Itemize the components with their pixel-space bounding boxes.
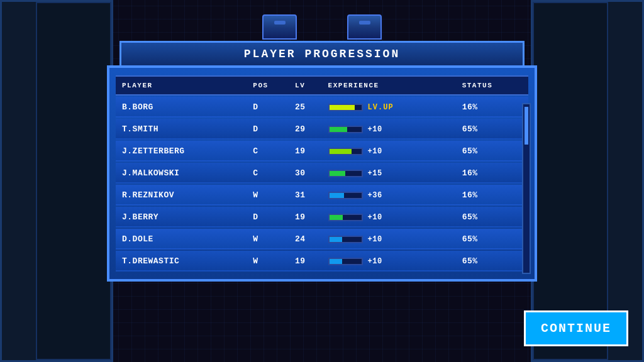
table-container: PLAYER POS LV EXPERIENCE STATUS B.BORGD2… xyxy=(107,65,537,282)
title-bar: PLAYER PROGRESSION xyxy=(119,41,525,65)
table-row: J.MALKOWSKIC30+1516% xyxy=(116,163,528,184)
exp-bar xyxy=(328,170,363,177)
player-name: D.DOLE xyxy=(116,229,249,250)
player-experience: +10 xyxy=(325,141,458,162)
player-status: 16% xyxy=(458,185,528,206)
player-name: B.BORG xyxy=(116,97,249,118)
player-name: R.REZNIKOV xyxy=(116,185,249,206)
main-content: PLAYER PROGRESSION PLAYER POS LV EXPERIE… xyxy=(107,6,537,282)
player-name: J.BERRY xyxy=(116,207,249,228)
pillar-left xyxy=(0,0,113,362)
table-header-row: PLAYER POS LV EXPERIENCE STATUS xyxy=(116,75,528,96)
table-row: J.BERRYD19+1065% xyxy=(116,207,528,228)
col-player: PLAYER xyxy=(116,75,249,96)
table-row: J.ZETTERBERGC19+1065% xyxy=(116,141,528,162)
continue-button[interactable]: CONTINUE xyxy=(524,310,628,346)
player-level: 29 xyxy=(291,119,325,140)
player-pos: W xyxy=(249,229,291,250)
top-cylinder-left xyxy=(262,14,297,40)
col-status: STATUS xyxy=(458,75,528,96)
scrollbar-thumb xyxy=(525,107,528,145)
col-lv: LV xyxy=(291,75,325,96)
player-name: T.SMITH xyxy=(116,119,249,140)
exp-bar xyxy=(328,192,363,199)
exp-bar-fill xyxy=(330,105,355,110)
player-pos: W xyxy=(249,251,291,272)
table-row: D.DOLEW24+1065% xyxy=(116,229,528,250)
player-pos: D xyxy=(249,207,291,228)
exp-bar xyxy=(328,214,363,221)
player-experience: +15 xyxy=(325,163,458,184)
exp-gain-label: +10 xyxy=(368,125,382,134)
player-pos: C xyxy=(249,141,291,162)
exp-bar-fill xyxy=(330,215,343,220)
exp-bar xyxy=(328,148,363,155)
player-status: 16% xyxy=(458,163,528,184)
player-pos: C xyxy=(249,163,291,184)
table-row: T.DREWASTICW19+1065% xyxy=(116,251,528,272)
player-level: 19 xyxy=(291,141,325,162)
player-level: 24 xyxy=(291,229,325,250)
player-pos: D xyxy=(249,97,291,118)
player-pos: D xyxy=(249,119,291,140)
pillar-right-inner xyxy=(533,2,608,360)
player-status: 65% xyxy=(458,119,528,140)
exp-bar-fill xyxy=(330,237,342,242)
table-row: R.REZNIKOVW31+3616% xyxy=(116,185,528,206)
col-experience: EXPERIENCE xyxy=(325,75,458,96)
exp-lvup-label: LV.UP xyxy=(368,103,394,112)
progression-table: PLAYER POS LV EXPERIENCE STATUS B.BORGD2… xyxy=(116,74,528,273)
player-experience: +10 xyxy=(325,251,458,272)
player-experience: +10 xyxy=(325,229,458,250)
exp-bar-fill xyxy=(330,127,347,132)
exp-bar xyxy=(328,236,363,243)
exp-gain-label: +10 xyxy=(368,147,382,156)
exp-gain-label: +10 xyxy=(368,213,382,222)
exp-bar xyxy=(328,126,363,133)
scrollbar[interactable] xyxy=(522,103,531,274)
player-experience: +36 xyxy=(325,185,458,206)
player-level: 30 xyxy=(291,163,325,184)
table-row: T.SMITHD29+1065% xyxy=(116,119,528,140)
col-pos: POS xyxy=(249,75,291,96)
exp-gain-label: +36 xyxy=(368,191,382,200)
top-cylinder-right xyxy=(347,14,382,40)
page-title: PLAYER PROGRESSION xyxy=(121,48,523,60)
player-status: 65% xyxy=(458,141,528,162)
player-pos: W xyxy=(249,185,291,206)
exp-bar-fill xyxy=(330,259,342,264)
player-level: 19 xyxy=(291,207,325,228)
exp-bar xyxy=(328,104,363,111)
table-row: B.BORGD25LV.UP16% xyxy=(116,97,528,118)
player-experience: +10 xyxy=(325,207,458,228)
pillar-left-inner xyxy=(36,2,111,360)
exp-bar-fill xyxy=(330,171,346,176)
top-decoration xyxy=(107,6,537,41)
exp-bar xyxy=(328,258,363,265)
exp-gain-label: +10 xyxy=(368,257,382,266)
exp-bar-fill xyxy=(330,193,344,198)
player-status: 65% xyxy=(458,251,528,272)
player-status: 65% xyxy=(458,207,528,228)
player-status: 16% xyxy=(458,97,528,118)
exp-gain-label: +15 xyxy=(368,169,382,178)
exp-gain-label: +10 xyxy=(368,235,382,244)
pillar-right xyxy=(531,0,644,362)
player-experience: LV.UP xyxy=(325,97,458,118)
player-name: J.ZETTERBERG xyxy=(116,141,249,162)
player-level: 31 xyxy=(291,185,325,206)
player-experience: +10 xyxy=(325,119,458,140)
player-status: 65% xyxy=(458,229,528,250)
player-level: 19 xyxy=(291,251,325,272)
player-name: T.DREWASTIC xyxy=(116,251,249,272)
player-level: 25 xyxy=(291,97,325,118)
exp-bar-fill xyxy=(330,149,352,154)
player-name: J.MALKOWSKI xyxy=(116,163,249,184)
